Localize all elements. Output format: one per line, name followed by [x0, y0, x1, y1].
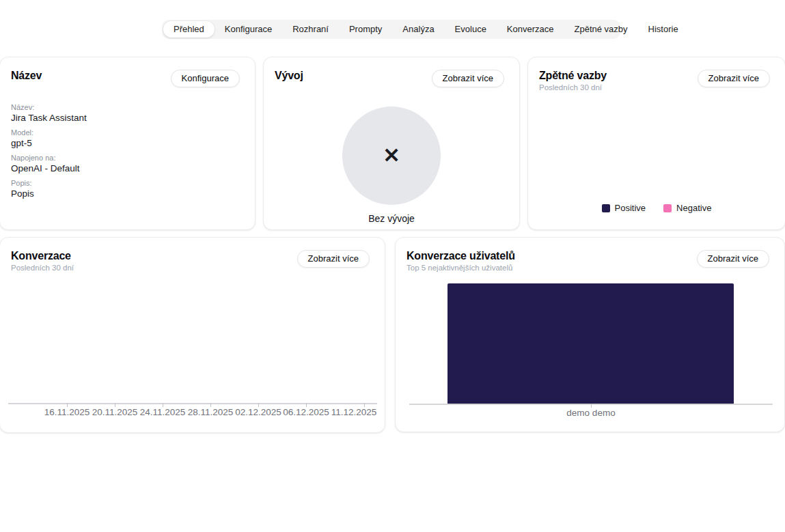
card-assistant-info: Název Konfigurace Název: Jira Task Assis… — [0, 57, 256, 230]
x-axis-label: 02.12.2025 — [235, 407, 281, 417]
field-label-model: Model: — [11, 128, 244, 137]
card-conversations: Konverzace Posledních 30 dní Zobrazit ví… — [0, 237, 385, 433]
user-conversations-chart: demo demo — [396, 238, 784, 432]
card-evolution: Vývoj Zobrazit více ✕ Bez vývoje — [263, 57, 520, 230]
legend-item-negative: Negative — [663, 203, 711, 213]
field-value-napojeno-na: OpenAI - Default — [11, 163, 244, 173]
legend-swatch-positive — [602, 204, 610, 212]
x-axis-label: 16.11.2025 — [44, 407, 90, 417]
feedback-legend: Positive Negative — [528, 203, 785, 213]
field-value-popis: Popis — [11, 188, 244, 199]
tab-prompty[interactable]: Prompty — [339, 21, 392, 38]
empty-state-circle: ✕ — [342, 107, 441, 205]
x-axis-line — [8, 403, 377, 404]
x-axis-label: 28.11.2025 — [188, 407, 234, 417]
field-value-nazev: Jira Task Assistant — [11, 113, 244, 123]
card-title-evolution: Vývoj — [275, 70, 303, 82]
legend-label-positive: Positive — [615, 203, 646, 213]
show-more-feedback-button[interactable]: Zobrazit více — [698, 70, 770, 87]
field-label-napojeno-na: Napojeno na: — [11, 154, 244, 162]
field-label-nazev: Název: — [11, 103, 244, 111]
card-title-feedback: Zpětné vazby — [539, 70, 607, 82]
field-popis: Popis: Popis — [11, 179, 244, 199]
conversations-chart: 16.11.2025 20.11.2025 24.11.2025 28.11.2… — [0, 238, 385, 432]
field-nazev: Název: Jira Task Assistant — [11, 103, 244, 123]
x-axis-label: 11.12.2025 — [331, 407, 377, 417]
x-axis-label: 06.12.2025 — [283, 407, 329, 417]
legend-swatch-negative — [663, 204, 672, 212]
legend-item-positive: Positive — [602, 203, 646, 213]
tab-prehled[interactable]: Přehled — [163, 21, 215, 38]
tab-analyza[interactable]: Analýza — [392, 21, 444, 38]
legend-label-negative: Negative — [676, 203, 711, 213]
field-model: Model: gpt-5 — [11, 128, 244, 148]
field-value-model: gpt-5 — [11, 138, 244, 148]
card-title-assistant-info: Název — [11, 70, 42, 82]
field-napojeno-na: Napojeno na: OpenAI - Default — [11, 154, 244, 173]
bar-demo-demo[interactable] — [447, 283, 734, 404]
card-subtitle-feedback: Posledních 30 dní — [539, 83, 607, 92]
card-user-conversations: Konverzace uživatelů Top 5 nejaktivnější… — [395, 237, 785, 432]
konfigurace-button[interactable]: Konfigurace — [171, 70, 240, 87]
card-feedback: Zpětné vazby Posledních 30 dní Zobrazit … — [527, 57, 785, 230]
assistant-info-fields: Název: Jira Task Assistant Model: gpt-5 … — [0, 103, 255, 199]
tab-zpetne-vazby[interactable]: Zpětné vazby — [564, 21, 638, 38]
x-axis-label: 20.11.2025 — [92, 407, 138, 417]
tab-rozhrani[interactable]: Rozhraní — [282, 21, 339, 38]
tab-konfigurace[interactable]: Konfigurace — [215, 21, 282, 38]
x-icon: ✕ — [383, 145, 400, 166]
show-more-evolution-button[interactable]: Zobrazit více — [432, 70, 504, 87]
field-label-popis: Popis: — [11, 179, 244, 187]
tab-bar: Přehled Konfigurace Rozhraní Prompty Ana… — [162, 20, 620, 39]
tab-evoluce[interactable]: Evoluce — [445, 21, 497, 38]
x-axis-label: 24.11.2025 — [140, 407, 186, 417]
x-axis-label: demo demo — [566, 408, 615, 418]
tab-konverzace[interactable]: Konverzace — [497, 21, 564, 38]
tab-historie[interactable]: Historie — [638, 21, 689, 38]
empty-state-text: Bez vývoje — [368, 213, 415, 224]
